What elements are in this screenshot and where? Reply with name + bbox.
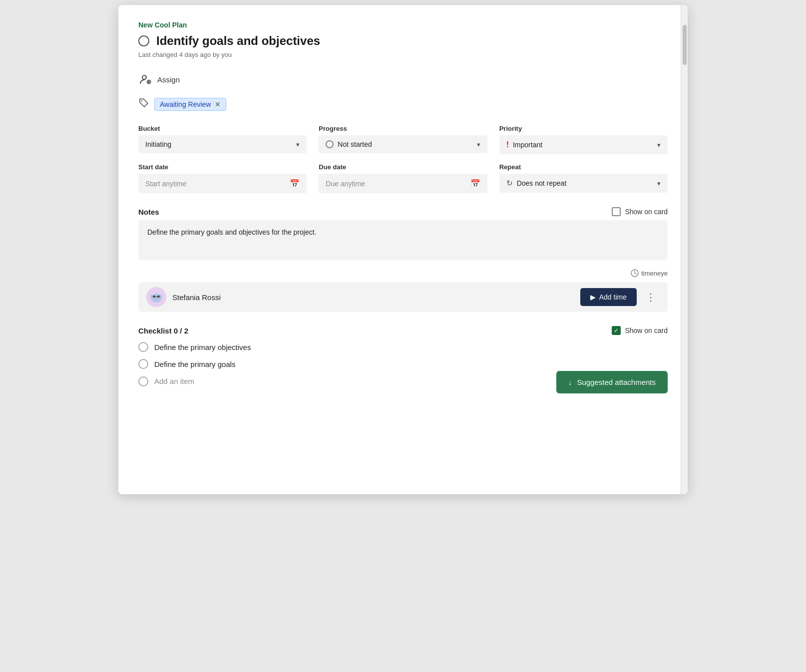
- priority-select[interactable]: ! Important ▾: [499, 135, 668, 154]
- due-date-input[interactable]: Due anytime 📅: [319, 174, 487, 193]
- timeneye-row: timeneye: [138, 269, 668, 277]
- label-row: Awaiting Review ✕: [138, 97, 668, 111]
- checklist-item-1: Define the primary objectives: [138, 342, 668, 352]
- checklist-add-checkbox: [138, 376, 148, 386]
- priority-label: Priority: [499, 125, 668, 132]
- timeneye-logo: timeneye: [631, 269, 668, 277]
- checklist-item-2: Define the primary goals: [138, 359, 668, 369]
- svg-point-5: [151, 294, 162, 303]
- due-date-label: Due date: [319, 163, 487, 171]
- last-changed-text: Last changed 4 days ago by you: [138, 51, 668, 58]
- checklist-label: Checklist 0 / 2: [138, 327, 188, 335]
- notes-content[interactable]: Define the primary goals and objectives …: [138, 220, 668, 260]
- notes-show-on-card-label: Show on card: [625, 208, 668, 216]
- repeat-icon: ↻: [506, 179, 513, 188]
- notes-show-on-card[interactable]: Show on card: [612, 207, 668, 216]
- notes-header: Notes Show on card: [138, 207, 668, 216]
- plan-name: New Cool Plan: [138, 21, 668, 29]
- checklist-item-2-label: Define the primary goals: [154, 360, 236, 368]
- repeat-field: Repeat ↻ Does not repeat ▾: [499, 163, 668, 193]
- priority-value: Important: [513, 141, 542, 149]
- start-date-field: Start date Start anytime 📅: [138, 163, 307, 193]
- progress-value: Not started: [338, 140, 372, 148]
- user-actions: ▶ Add time ⋮: [580, 288, 660, 306]
- checklist-add-item: Add an item: [138, 376, 194, 386]
- bucket-chevron: ▾: [296, 141, 300, 148]
- checklist-header: Checklist 0 / 2 ✓ Show on card: [138, 326, 668, 335]
- bucket-field: Bucket Initiating ▾: [138, 125, 307, 154]
- more-options-button[interactable]: ⋮: [642, 289, 660, 305]
- start-date-input[interactable]: Start anytime 📅: [138, 174, 307, 193]
- priority-exclamation-icon: !: [506, 140, 509, 149]
- svg-point-0: [142, 75, 146, 79]
- checklist-section: Checklist 0 / 2 ✓ Show on card Define th…: [138, 326, 668, 393]
- priority-value-row: ! Important: [506, 140, 542, 149]
- start-date-placeholder: Start anytime: [145, 180, 186, 188]
- checklist-item-1-label: Define the primary objectives: [154, 343, 251, 351]
- user-time-row: Stefania Rossi ▶ Add time ⋮: [138, 282, 668, 312]
- priority-field: Priority ! Important ▾: [499, 125, 668, 154]
- bucket-label: Bucket: [138, 125, 307, 132]
- repeat-value-row: ↻ Does not repeat: [506, 179, 567, 188]
- label-chip[interactable]: Awaiting Review ✕: [154, 98, 226, 111]
- priority-chevron: ▾: [657, 141, 661, 149]
- progress-value-row: Not started: [326, 140, 372, 148]
- task-title-row: Identify goals and objectives: [138, 34, 668, 48]
- checklist-show-on-card-label: Show on card: [625, 327, 668, 335]
- progress-field: Progress Not started ▾: [319, 125, 487, 154]
- add-time-play-icon: ▶: [590, 293, 596, 301]
- repeat-label: Repeat: [499, 163, 668, 171]
- repeat-chevron: ▾: [657, 180, 661, 187]
- due-date-placeholder: Due anytime: [326, 180, 365, 188]
- notes-label: Notes: [138, 208, 159, 216]
- bucket-value: Initiating: [145, 140, 171, 148]
- suggested-attachments-button[interactable]: ↓ Suggested attachments: [556, 371, 668, 393]
- repeat-select[interactable]: ↻ Does not repeat ▾: [499, 174, 668, 193]
- svg-point-8: [156, 298, 157, 299]
- notes-show-checkbox[interactable]: [612, 207, 621, 216]
- assign-icon: [138, 72, 152, 86]
- bucket-select[interactable]: Initiating ▾: [138, 135, 307, 153]
- due-date-calendar-icon: 📅: [470, 179, 480, 188]
- timeneye-label: timeneye: [641, 270, 668, 277]
- checklist-item-2-checkbox[interactable]: [138, 359, 148, 369]
- progress-chevron: ▾: [477, 141, 480, 148]
- add-time-label: Add time: [599, 293, 627, 301]
- progress-select[interactable]: Not started ▾: [319, 135, 487, 153]
- due-date-field: Due date Due anytime 📅: [319, 163, 487, 193]
- start-date-label: Start date: [138, 163, 307, 171]
- repeat-value: Does not repeat: [517, 179, 567, 187]
- user-avatar: [146, 287, 166, 307]
- svg-point-2: [141, 100, 142, 101]
- task-title: Identify goals and objectives: [156, 34, 320, 48]
- label-chip-remove[interactable]: ✕: [215, 100, 221, 108]
- checklist-show-checkbox[interactable]: ✓: [612, 326, 621, 335]
- checklist-add-label[interactable]: Add an item: [154, 377, 194, 385]
- scrollbar[interactable]: [681, 5, 688, 494]
- user-name: Stefania Rossi: [172, 293, 221, 302]
- start-date-calendar-icon: 📅: [290, 179, 300, 188]
- assign-row[interactable]: Assign: [138, 72, 668, 86]
- notes-section: Notes Show on card Define the primary go…: [138, 207, 668, 260]
- task-complete-checkbox[interactable]: [138, 35, 149, 46]
- checklist-item-1-checkbox[interactable]: [138, 342, 148, 352]
- task-modal: New Cool Plan Identify goals and objecti…: [118, 5, 688, 494]
- progress-circle-icon: [326, 140, 334, 148]
- assign-label: Assign: [157, 75, 180, 84]
- add-time-button[interactable]: ▶ Add time: [580, 288, 637, 306]
- checklist-show-on-card[interactable]: ✓ Show on card: [612, 326, 668, 335]
- progress-label: Progress: [319, 125, 487, 132]
- label-chip-text: Awaiting Review: [160, 100, 211, 108]
- fields-grid: Bucket Initiating ▾ Progress Not started…: [138, 125, 668, 193]
- user-info: Stefania Rossi: [146, 287, 221, 307]
- suggested-attachments-icon: ↓: [568, 378, 572, 386]
- label-tag-icon: [138, 97, 149, 111]
- suggested-attachments-label: Suggested attachments: [577, 378, 656, 386]
